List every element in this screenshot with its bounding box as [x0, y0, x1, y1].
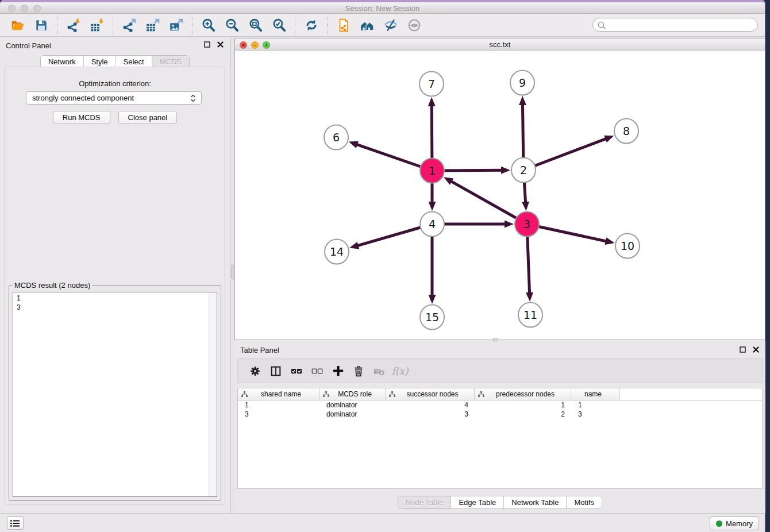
close-table-panel-icon[interactable]: [752, 346, 760, 353]
hide-panels-icon[interactable]: [381, 16, 400, 34]
delete-columns-icon[interactable]: [350, 363, 367, 380]
tab-style[interactable]: Style: [84, 56, 116, 68]
zoom-in-icon[interactable]: [199, 16, 218, 34]
tab-motifs[interactable]: Motifs: [567, 496, 602, 508]
cell-name[interactable]: 3: [571, 410, 620, 418]
optimization-select[interactable]: strongly connected component: [26, 91, 202, 105]
node-table[interactable]: shared nameMCDS rolesuccessor nodesprede…: [237, 388, 763, 489]
edge-arrowhead-2-8: [604, 136, 614, 142]
cell-shared-name[interactable]: 1: [238, 401, 319, 409]
refresh-layout-icon[interactable]: [302, 16, 321, 34]
memory-status-icon: [716, 521, 722, 527]
zoom-out-icon[interactable]: [222, 16, 241, 34]
network-view-window: ✕ − + scc.txt 7968124314101511: [234, 38, 765, 340]
cell-mcds-role[interactable]: dominator: [319, 410, 386, 418]
import-table-icon[interactable]: [87, 16, 106, 34]
cell-successor-nodes[interactable]: 4: [386, 401, 475, 409]
memory-button[interactable]: Memory: [710, 516, 759, 530]
tab-network-table[interactable]: Network Table: [504, 496, 567, 508]
mcds-result-line: 3: [17, 303, 205, 312]
run-mcds-button[interactable]: Run MCDS: [53, 111, 110, 124]
mcds-tab-panel: Optimization criterion: strongly connect…: [5, 67, 225, 504]
node-label-10: 10: [621, 240, 634, 252]
tab-select[interactable]: Select: [116, 56, 152, 68]
edge-arrowhead-4-15: [429, 295, 436, 304]
network-graph-canvas[interactable]: 7968124314101511: [235, 51, 765, 340]
node-label-11: 11: [523, 309, 537, 321]
status-bar: Memory: [0, 513, 765, 532]
global-search[interactable]: [592, 18, 758, 32]
select-stepper-icon: [188, 94, 198, 105]
cell-successor-nodes[interactable]: 3: [386, 410, 475, 418]
mcds-result-textarea[interactable]: 13: [13, 292, 217, 497]
cell-mcds-role[interactable]: dominator: [319, 401, 386, 409]
select-all-checkboxes-icon[interactable]: [288, 363, 305, 380]
network-window-title: scc.txt: [235, 40, 765, 49]
table-row[interactable]: 1dominator411: [238, 400, 762, 410]
table-panel-title: Table Panel: [240, 346, 279, 354]
edge-3-1[interactable]: [449, 180, 527, 224]
edge-arrowhead-4-3: [505, 221, 514, 228]
close-panel-button[interactable]: Close panel: [118, 111, 178, 124]
cell-shared-name[interactable]: 3: [238, 410, 319, 418]
edge-2-8[interactable]: [523, 138, 608, 170]
tab-edge-table[interactable]: Edge Table: [451, 496, 504, 508]
node-label-7: 7: [428, 78, 435, 90]
app-titlebar: Session: New Session: [0, 0, 765, 14]
mcds-result-group: MCDS result (2 nodes) 13: [9, 281, 221, 501]
toggle-column-panel-icon[interactable]: [267, 363, 284, 380]
toolbar-icons: [6, 16, 426, 34]
show-panels-icon[interactable]: [405, 16, 424, 34]
tab-node-table[interactable]: Node Table: [398, 496, 452, 508]
node-label-6: 6: [333, 131, 340, 144]
global-search-input[interactable]: [608, 19, 754, 32]
column-type-icon: [241, 391, 248, 398]
column-header-name[interactable]: name: [571, 388, 620, 400]
edge-arrowhead-1-2: [501, 167, 510, 174]
float-panel-icon[interactable]: [203, 41, 211, 48]
table-toolbar: f(x): [237, 358, 763, 383]
float-table-panel-icon[interactable]: [739, 346, 746, 353]
app-title: Session: New Session: [0, 4, 765, 13]
column-type-icon: [478, 391, 484, 398]
create-column-icon[interactable]: [329, 363, 346, 380]
node-label-14: 14: [330, 245, 344, 258]
column-type-icon: [389, 391, 395, 398]
task-history-button[interactable]: [7, 516, 24, 530]
export-image-icon[interactable]: [167, 16, 186, 34]
deselect-all-checkboxes-icon[interactable]: [309, 363, 326, 380]
cell-predecessor-nodes[interactable]: 1: [475, 401, 571, 409]
close-panel-icon[interactable]: [217, 41, 224, 48]
zoom-fit-icon[interactable]: [246, 16, 265, 34]
cell-name[interactable]: 1: [571, 401, 620, 409]
column-header-mcds-role[interactable]: MCDS role: [319, 388, 386, 400]
edge-arrowhead-3-11: [526, 292, 533, 302]
control-panel-title: Control Panel: [6, 41, 51, 50]
table-row[interactable]: 3dominator323: [238, 410, 762, 419]
import-network-icon[interactable]: [64, 16, 83, 34]
optimization-select-value: strongly connected component: [32, 94, 134, 102]
column-header-successor-nodes[interactable]: successor nodes: [386, 388, 475, 400]
control-panel: Control Panel NetworkStyleSelectMCDS Opt…: [0, 37, 230, 513]
export-table-icon[interactable]: [143, 16, 162, 34]
mcds-result-title: MCDS result (2 nodes): [13, 281, 92, 290]
mcds-result-line: 1: [17, 294, 205, 303]
tab-mcds[interactable]: MCDS: [152, 56, 189, 68]
cell-predecessor-nodes[interactable]: 2: [475, 410, 571, 418]
column-header-shared-name[interactable]: shared name: [238, 388, 319, 400]
main-toolbar: [0, 14, 765, 37]
open-session-icon[interactable]: [8, 16, 27, 34]
toolbar-divider: [192, 17, 192, 34]
zoom-selected-icon[interactable]: [270, 16, 288, 34]
export-network-icon[interactable]: [120, 16, 138, 34]
save-session-icon[interactable]: [32, 16, 51, 34]
clone-network-icon[interactable]: [334, 16, 353, 34]
tab-network[interactable]: Network: [41, 56, 84, 68]
toolbar-divider: [295, 17, 295, 34]
settings-gear-icon[interactable]: [247, 363, 264, 380]
result-scrollbar[interactable]: [209, 292, 217, 496]
column-header-predecessor-nodes[interactable]: predecessor nodes: [475, 388, 571, 400]
ndex-browser-icon[interactable]: [357, 16, 376, 34]
edge-arrowhead-4-14: [349, 242, 359, 249]
optimization-criterion-label: Optimization criterion:: [5, 79, 225, 88]
